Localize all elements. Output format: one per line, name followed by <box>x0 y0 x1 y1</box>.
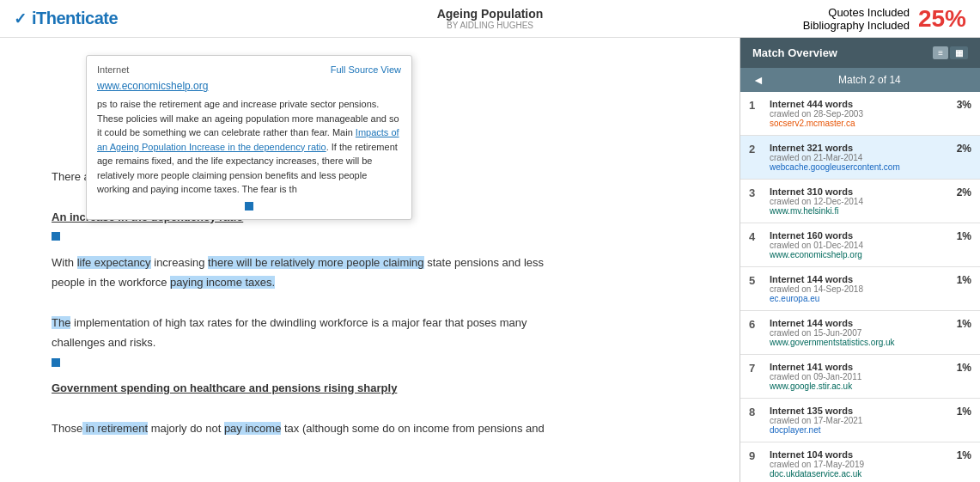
match-item[interactable]: 8 Internet 135 words crawled on 17-Mar-2… <box>740 399 980 442</box>
para2-highlight2: there will be relatively more people cla… <box>208 256 423 269</box>
match-pct: 2% <box>957 143 971 155</box>
score-badge: 25% <box>918 5 966 33</box>
match-info: Internet 310 words crawled on 12-Dec-201… <box>770 186 950 216</box>
main-content: Internet Full Source View www.economicsh… <box>0 38 980 482</box>
para4: Those in retirement majorly do not pay i… <box>52 418 705 438</box>
match-source: Internet 104 words <box>770 449 950 460</box>
anchor2-icon <box>52 358 60 367</box>
match-url: www.governmentstatistics.org.uk <box>770 338 950 347</box>
match-item[interactable]: 4 Internet 160 words crawled on 01-Dec-2… <box>740 223 980 267</box>
match-source: Internet 160 words <box>770 230 950 241</box>
sidebar-nav: ◄ Match 2 of 14 <box>740 68 980 92</box>
match-crawl: crawled on 14-Sep-2018 <box>770 284 950 294</box>
logo-check-icon: ✓ <box>14 9 27 28</box>
match-pct: 1% <box>957 406 971 418</box>
para2-highlight1: life expectancy <box>77 256 151 269</box>
match-crawl: crawled on 28-Sep-2003 <box>770 109 950 119</box>
sidebar-tab-list[interactable]: ≡ <box>933 46 948 59</box>
logo-area: ✓ iThenticate <box>14 9 118 28</box>
match-item[interactable]: 1 Internet 444 words crawled on 28-Sep-2… <box>740 92 980 136</box>
match-source: Internet 310 words <box>770 186 950 197</box>
match-crawl: crawled on 09-Jan-2011 <box>770 372 950 381</box>
sidebar-tabs[interactable]: ≡ ▦ <box>933 46 968 59</box>
logo-name: iThenticate <box>32 9 118 27</box>
match-url: www.economicshelp.org <box>770 250 950 259</box>
match-pct: 1% <box>957 362 971 374</box>
match-info: Internet 141 words crawled on 09-Jan-201… <box>770 362 950 391</box>
match-number: 2 <box>749 143 763 156</box>
match-number: 5 <box>749 274 763 287</box>
popup-text-before: ps to raise the retirement age and incre… <box>97 99 399 137</box>
quotes-label: Quotes Included <box>803 6 910 19</box>
match-number: 3 <box>749 186 763 199</box>
match-info: Internet 104 words crawled on 17-May-201… <box>770 449 950 479</box>
para2-rest: in the workforce <box>85 276 170 289</box>
match-source: Internet 141 words <box>770 362 950 372</box>
match-url: www.mv.helsinki.fi <box>770 206 950 216</box>
para4-rest: tax (although some do on income from pen… <box>281 422 544 435</box>
para4-start: Those <box>52 422 82 435</box>
match-url: webcache.googleusercontent.com <box>770 162 950 172</box>
para2-end: people <box>52 276 85 289</box>
para4-highlight2: pay income <box>224 422 281 435</box>
match-crawl: crawled on 15-Jun-2007 <box>770 328 950 338</box>
nav-prev-arrow[interactable]: ◄ <box>752 73 764 87</box>
match-item[interactable]: 5 Internet 144 words crawled on 14-Sep-2… <box>740 267 980 311</box>
match-url: ec.europa.eu <box>770 294 950 303</box>
sidebar-title: Match Overview <box>752 46 837 59</box>
match-source: Internet 135 words <box>770 406 950 416</box>
match-pct: 1% <box>957 274 971 286</box>
match-info: Internet 144 words crawled on 15-Jun-200… <box>770 318 950 347</box>
para3-start: The <box>52 316 70 329</box>
doc-title: Ageing Population <box>437 7 544 21</box>
match-source: Internet 144 words <box>770 274 950 284</box>
para3: The implementation of high tax rates for… <box>52 313 705 353</box>
header: ✓ iThenticate Ageing Population BY AIDLI… <box>0 0 980 38</box>
sidebar-header: Match Overview ≡ ▦ <box>740 38 980 68</box>
sidebar-list[interactable]: 1 Internet 444 words crawled on 28-Sep-2… <box>740 92 980 482</box>
match-item[interactable]: 2 Internet 321 words crawled on 21-Mar-2… <box>740 136 980 180</box>
match-item[interactable]: 9 Internet 104 words crawled on 17-May-2… <box>740 442 980 482</box>
match-pct: 3% <box>957 99 971 111</box>
match-source: Internet 321 words <box>770 143 950 153</box>
match-number: 1 <box>749 99 763 112</box>
match-pct: 1% <box>957 449 971 461</box>
match-popup: Internet Full Source View www.economicsh… <box>86 55 412 220</box>
nav-match-label: Match 2 of 14 <box>771 74 968 86</box>
para2-middle: increasing <box>151 256 208 269</box>
match-pct: 2% <box>957 186 971 198</box>
sidebar-tab-grid[interactable]: ▦ <box>950 46 968 59</box>
score-labels: Quotes Included Bibliography Included <box>803 6 910 32</box>
doc-panel[interactable]: Internet Full Source View www.economicsh… <box>0 38 740 482</box>
match-info: Internet 135 words crawled on 17-Mar-202… <box>770 406 950 435</box>
popup-url[interactable]: www.economicshelp.org <box>97 80 401 92</box>
match-pct: 1% <box>957 318 971 330</box>
match-url: socserv2.mcmaster.ca <box>770 119 950 128</box>
match-crawl: crawled on 21-Mar-2014 <box>770 153 950 162</box>
match-number: 7 <box>749 362 763 375</box>
logo-text: iThenticate <box>32 9 118 28</box>
para2-cont: state pensions and less <box>424 256 544 269</box>
match-url: doc.ukdataservice.ac.uk <box>770 469 950 479</box>
match-source: Internet 444 words <box>770 99 950 109</box>
match-number: 9 <box>749 449 763 462</box>
para3-rest: implementation of high tax rates for the… <box>70 316 527 329</box>
popup-text: ps to raise the retirement age and incre… <box>97 97 401 197</box>
popup-action[interactable]: Full Source View <box>331 64 401 75</box>
match-item[interactable]: 6 Internet 144 words crawled on 15-Jun-2… <box>740 311 980 355</box>
para4-highlight1: in retirement <box>82 422 148 435</box>
match-url: www.google.stir.ac.uk <box>770 381 950 391</box>
match-number: 6 <box>749 318 763 331</box>
match-number: 4 <box>749 230 763 243</box>
match-item[interactable]: 3 Internet 310 words crawled on 12-Dec-2… <box>740 180 980 223</box>
match-item[interactable]: 7 Internet 141 words crawled on 09-Jan-2… <box>740 355 980 399</box>
popup-source-label: Internet <box>97 64 129 75</box>
doc-subtitle: BY AIDLING HUGHES <box>437 21 544 30</box>
para3-cont: challenges and risks. <box>52 336 155 349</box>
match-crawl: crawled on 01-Dec-2014 <box>770 241 950 250</box>
match-info: Internet 160 words crawled on 01-Dec-201… <box>770 230 950 259</box>
bibliography-label: Bibliography Included <box>803 19 910 32</box>
match-source: Internet 144 words <box>770 318 950 328</box>
sidebar: Match Overview ≡ ▦ ◄ Match 2 of 14 1 Int… <box>740 38 980 482</box>
match-url: docplayer.net <box>770 425 950 435</box>
